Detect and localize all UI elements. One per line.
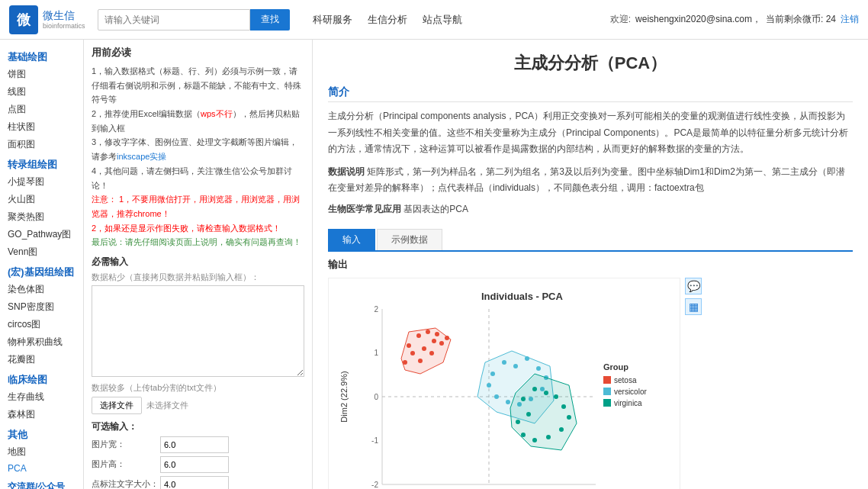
virginica-pt xyxy=(544,391,548,395)
virginica-pt xyxy=(521,397,526,401)
sidebar-qr-section: 交流群/公众号 xyxy=(0,476,83,489)
versicolor-pt xyxy=(513,364,518,368)
versicolor-pt xyxy=(525,356,529,361)
logo-text-block: 微生信 bioinformatics xyxy=(43,9,85,30)
nav-research[interactable]: 科研服务 xyxy=(313,13,352,27)
versicolor-pt xyxy=(490,372,495,376)
logo: 微 微生信 bioinformatics xyxy=(9,5,85,34)
right-panel: 主成分分析（PCA） 简介 主成分分析（Principal components… xyxy=(313,40,868,489)
step-4: 4，其他问题，请左侧扫码，关注'微生信'公众号加群讨论！ xyxy=(92,164,304,192)
sidebar-item-chromosome[interactable]: 染色体图 xyxy=(0,281,83,298)
tab-input[interactable]: 输入 xyxy=(328,229,375,250)
sidebar-item-map[interactable]: 地图 xyxy=(0,443,83,461)
search-button[interactable]: 查找 xyxy=(250,9,290,31)
sidebar-section-clinical: 临床绘图 xyxy=(0,368,83,388)
setosa-pt xyxy=(403,360,407,365)
qrcode-icon[interactable]: ▦ xyxy=(685,298,702,315)
param-input-pointlabel[interactable] xyxy=(160,476,229,489)
logo-name: 微生信 xyxy=(43,9,85,22)
svg-text:2: 2 xyxy=(374,305,378,314)
virginica-pt xyxy=(567,415,571,420)
sidebar-item-survival[interactable]: 生存曲线 xyxy=(0,388,83,406)
intro-section-title: 简介 xyxy=(328,85,853,102)
data-hint: 数据粘少（直接拷贝数据并粘贴到输入框）： xyxy=(92,272,304,283)
setosa-pt xyxy=(445,336,449,340)
param-input-height[interactable] xyxy=(160,456,229,473)
legend-setosa-swatch xyxy=(603,376,611,384)
setosa-pt xyxy=(416,333,421,338)
search-input[interactable] xyxy=(98,9,250,31)
nav-links: 科研服务 生信分析 站点导航 xyxy=(313,13,462,27)
note3[interactable]: 最后说：请先仔细阅读页面上说明，确实有问题再查询！ xyxy=(92,235,304,249)
param-label-pointlabel: 点标注文字大小： xyxy=(92,478,160,489)
sidebar-item-heatmap[interactable]: 聚类热图 xyxy=(0,208,83,226)
setosa-pt xyxy=(407,343,411,348)
sidebar-item-snp[interactable]: SNP密度图 xyxy=(0,298,83,316)
sidebar-item-venn[interactable]: Venn图 xyxy=(0,243,83,261)
file-name-display: 未选择文件 xyxy=(146,400,188,411)
required-input-title: 必需输入 xyxy=(92,256,304,269)
side-icons: 💬 ▦ xyxy=(685,278,702,315)
file-choose-button[interactable]: 选择文件 xyxy=(92,397,142,414)
nav-site[interactable]: 站点导航 xyxy=(423,13,462,27)
svg-text:0: 0 xyxy=(374,393,378,401)
sidebar-item-volcano[interactable]: 火山图 xyxy=(0,191,83,208)
app-text: 基因表达的PCA xyxy=(403,204,468,214)
tab-example[interactable]: 示例数据 xyxy=(377,229,442,250)
versicolor-pt xyxy=(487,383,491,388)
legend-virginica-swatch xyxy=(603,399,611,407)
versicolor-pt xyxy=(502,360,506,365)
sidebar-item-petal[interactable]: 花瓣图 xyxy=(0,351,83,368)
logout-button[interactable]: 注销 xyxy=(841,13,859,26)
setosa-pt xyxy=(432,339,436,343)
note-label: 注意： 1，不要用微信打开，用浏览器，用浏览器，用浏览器，推荐chrome！ xyxy=(92,192,304,220)
optional-title: 可选输入： xyxy=(92,420,304,433)
y-axis-label: Dim2 (22.9%) xyxy=(339,371,349,422)
nav-bioinformatics[interactable]: 生信分析 xyxy=(368,13,407,27)
sidebar-item-pca[interactable]: PCA xyxy=(0,461,83,476)
step-2: 2，推荐使用Excel编辑数据（wps不行），然后拷贝粘贴到输入框 xyxy=(92,107,304,135)
sidebar-item-pie[interactable]: 饼图 xyxy=(0,66,83,83)
data-note-paragraph: 数据说明 矩阵形式，第一列为样品名，第二列为组名，第3及以后列为变量。图中坐标轴… xyxy=(328,164,853,197)
legend-title: Group xyxy=(603,362,628,372)
param-label-width: 图片宽： xyxy=(92,439,160,450)
param-row-1: 图片高： xyxy=(92,456,304,473)
virginica-pt xyxy=(532,387,537,391)
page-title: 主成分分析（PCA） xyxy=(328,52,853,75)
param-input-width[interactable] xyxy=(160,436,229,453)
legend-setosa-label: setosa xyxy=(614,376,637,384)
sidebar-item-forest[interactable]: 森林图 xyxy=(0,406,83,423)
sidebar-item-accumulation[interactable]: 物种累积曲线 xyxy=(0,333,83,351)
chart-container: Individuals - PCA -2 -1 0 1 2 xyxy=(328,278,680,489)
file-row: 选择文件 未选择文件 xyxy=(92,397,304,414)
virginica-pt xyxy=(554,394,558,399)
param-label-height: 图片高： xyxy=(92,458,160,470)
sidebar-section-transcriptome: 转录组绘图 xyxy=(0,153,83,173)
virginica-pt xyxy=(561,404,566,409)
sidebar-item-circos[interactable]: circos图 xyxy=(0,316,83,333)
step-1: 1，输入数据格式（标题、行、列）必须与示例一致，请仔细看右侧说明和示例，标题不能… xyxy=(92,64,304,107)
sidebar-item-gopathway[interactable]: GO_Pathway图 xyxy=(0,226,83,243)
sidebar-item-dot[interactable]: 点图 xyxy=(0,101,83,118)
sidebar-item-violin[interactable]: 小提琴图 xyxy=(0,173,83,191)
virginica-pt xyxy=(532,438,537,442)
note-prefix: 注意： xyxy=(92,195,117,204)
versicolor-pt xyxy=(506,400,510,404)
setosa-pt xyxy=(426,330,430,334)
setosa-pt xyxy=(439,341,444,346)
sidebar-item-bar[interactable]: 柱状图 xyxy=(0,118,83,136)
search-bar: 查找 xyxy=(98,9,290,31)
wps-warning: wps不行 xyxy=(201,109,233,118)
chat-icon[interactable]: 💬 xyxy=(685,278,702,294)
main-layout: 基础绘图 饼图 线图 点图 柱状图 面积图 转录组绘图 小提琴图 火山图 聚类热… xyxy=(0,40,868,489)
app-label: 生物医学常见应用 xyxy=(328,204,401,214)
virginica-pt xyxy=(559,427,564,432)
inkscape-link[interactable]: inkscape实操 xyxy=(117,152,166,161)
sidebar-item-line[interactable]: 线图 xyxy=(0,83,83,101)
param-row-0: 图片宽： xyxy=(92,436,304,453)
legend-versicolor-label: versicolor xyxy=(614,388,647,396)
logo-icon: 微 xyxy=(9,5,38,34)
sidebar-item-area[interactable]: 面积图 xyxy=(0,136,83,153)
data-textarea[interactable] xyxy=(92,285,304,377)
intro-paragraph: 主成分分析（Principal components analysis，PCA）… xyxy=(328,108,853,158)
